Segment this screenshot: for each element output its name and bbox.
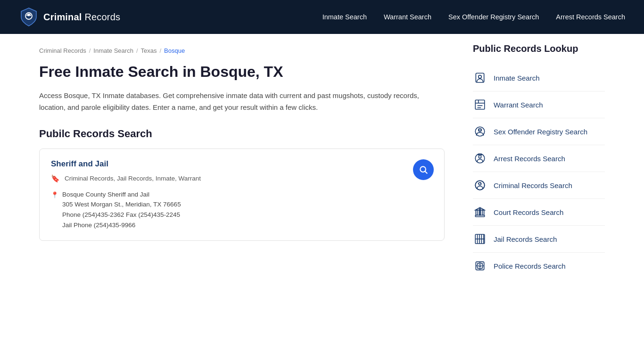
sidebar-item-criminal-records[interactable]: Criminal Records Search xyxy=(473,172,605,199)
record-facility-name: Bosque County Sheriff and Jail xyxy=(62,189,181,200)
sex-offender-icon xyxy=(473,124,487,139)
record-street-address: 305 West Morgan St., Meridian, TX 76665 xyxy=(62,199,181,210)
record-jail-phone: Jail Phone (254)435-9966 xyxy=(62,220,181,230)
record-phone: Phone (254)435-2362 Fax (254)435-2245 xyxy=(62,210,181,220)
inmate-icon xyxy=(473,71,487,85)
breadcrumb-texas[interactable]: Texas xyxy=(141,47,157,54)
sidebar-item-label: Police Records Search xyxy=(494,262,566,270)
page-wrapper: Criminal Records / Inmate Search / Texas… xyxy=(20,34,624,279)
breadcrumb-sep-2: / xyxy=(136,47,138,54)
record-card-title: Sheriff and Jail xyxy=(51,159,433,169)
page-title: Free Inmate Search in Bosque, TX xyxy=(39,63,445,81)
nav-inmate-search[interactable]: Inmate Search xyxy=(322,13,367,21)
arrest-icon xyxy=(473,151,487,165)
svg-point-5 xyxy=(479,75,482,79)
sidebar-item-label: Warrant Search xyxy=(494,101,543,109)
nav-warrant-search[interactable]: Warrant Search xyxy=(384,13,431,21)
svg-point-15 xyxy=(479,156,481,158)
record-address-details: Bosque County Sheriff and Jail 305 West … xyxy=(62,189,181,230)
logo[interactable]: Criminal Records xyxy=(19,7,120,27)
svg-line-3 xyxy=(425,172,428,174)
sidebar-item-warrant-search[interactable]: Warrant Search xyxy=(473,91,605,118)
svg-point-2 xyxy=(420,166,426,172)
svg-rect-22 xyxy=(482,210,484,215)
logo-shield-icon xyxy=(19,7,39,27)
record-tags: 🔖 Criminal Records, Jail Records, Inmate… xyxy=(51,174,433,183)
nav-arrest-records-search[interactable]: Arrest Records Search xyxy=(556,13,625,21)
bookmark-icon: 🔖 xyxy=(51,174,60,183)
breadcrumb-sep-3: / xyxy=(159,47,161,54)
record-card: Sheriff and Jail 🔖 Criminal Records, Jai… xyxy=(39,148,445,241)
sidebar-item-label: Sex Offender Registry Search xyxy=(494,128,587,136)
sidebar-item-court-records[interactable]: Court Records Search xyxy=(473,199,605,226)
sidebar-item-sex-offender-search[interactable]: Sex Offender Registry Search xyxy=(473,118,605,145)
record-search-button[interactable] xyxy=(413,159,434,180)
sidebar-item-label: Criminal Records Search xyxy=(494,181,572,189)
sidebar-item-label: Inmate Search xyxy=(494,74,540,82)
logo-text: Criminal Records xyxy=(43,12,120,23)
sidebar-item-label: Arrest Records Search xyxy=(494,155,565,163)
page-description: Access Bosque, TX Inmate databases. Get … xyxy=(39,90,445,114)
main-nav: Inmate Search Warrant Search Sex Offende… xyxy=(322,13,625,21)
sidebar-item-label: Court Records Search xyxy=(494,208,563,216)
court-icon xyxy=(473,205,487,219)
jail-icon xyxy=(473,232,487,246)
main-content: Criminal Records / Inmate Search / Texas… xyxy=(39,43,445,279)
breadcrumb-bosque: Bosque xyxy=(164,47,185,54)
svg-rect-21 xyxy=(476,210,477,215)
section-heading: Pubilc Records Search xyxy=(39,128,445,140)
sidebar: Public Records Lookup Inmate Search xyxy=(473,43,605,279)
breadcrumb-criminal-records[interactable]: Criminal Records xyxy=(39,47,86,54)
breadcrumb-inmate-search[interactable]: Inmate Search xyxy=(93,47,133,54)
sidebar-item-inmate-search[interactable]: Inmate Search xyxy=(473,65,605,91)
svg-rect-20 xyxy=(479,208,480,215)
header: Criminal Records Inmate Search Warrant S… xyxy=(0,0,644,34)
svg-rect-23 xyxy=(479,210,480,215)
police-icon xyxy=(473,259,487,273)
criminal-icon xyxy=(473,178,487,192)
search-icon xyxy=(419,165,428,174)
svg-point-32 xyxy=(479,265,481,267)
breadcrumb-sep-1: / xyxy=(89,47,91,54)
svg-point-17 xyxy=(479,182,481,185)
sidebar-title: Public Records Lookup xyxy=(473,43,605,54)
warrant-icon xyxy=(473,98,487,112)
sidebar-item-label: Jail Records Search xyxy=(494,235,557,243)
location-icon: 📍 xyxy=(51,190,58,200)
svg-point-1 xyxy=(28,14,30,16)
sidebar-item-police-records[interactable]: Police Records Search xyxy=(473,253,605,279)
sidebar-item-jail-records[interactable]: Jail Records Search xyxy=(473,226,605,253)
breadcrumb: Criminal Records / Inmate Search / Texas… xyxy=(39,43,445,54)
record-address: 📍 Bosque County Sheriff and Jail 305 Wes… xyxy=(51,189,433,230)
svg-rect-31 xyxy=(478,263,483,269)
nav-sex-offender-search[interactable]: Sex Offender Registry Search xyxy=(448,13,539,21)
sidebar-item-arrest-records[interactable]: Arrest Records Search xyxy=(473,145,605,172)
sidebar-list: Inmate Search Warrant Search xyxy=(473,65,605,279)
